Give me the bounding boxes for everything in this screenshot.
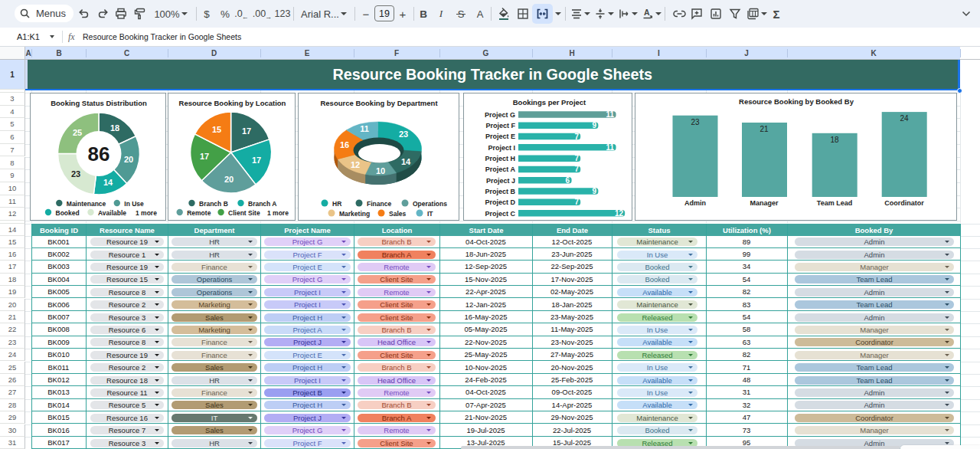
svg-text:Project D: Project D [485, 198, 515, 206]
svg-text:Remote: Remote [187, 208, 211, 216]
svg-text:Available: Available [98, 208, 126, 216]
svg-text:Project I: Project I [488, 143, 515, 151]
svg-text:1 more: 1 more [136, 208, 157, 216]
svg-text:Project F: Project F [485, 122, 515, 129]
svg-text:Project C: Project C [485, 209, 515, 217]
svg-text:16: 16 [339, 140, 348, 149]
svg-text:Resource Booking by Location: Resource Booking by Location [179, 99, 286, 107]
svg-text:HR: HR [332, 199, 341, 207]
svg-text:Operations: Operations [413, 199, 447, 207]
svg-text:Branch A: Branch A [248, 199, 276, 207]
svg-text:12: 12 [614, 208, 623, 217]
svg-text:Project G: Project G [484, 111, 514, 119]
svg-text:9: 9 [592, 187, 596, 195]
svg-text:23: 23 [398, 129, 407, 139]
svg-text:1 more: 1 more [267, 208, 289, 216]
svg-text:17: 17 [252, 156, 261, 165]
svg-text:14: 14 [400, 157, 410, 166]
svg-text:11: 11 [360, 124, 369, 133]
svg-text:9: 9 [592, 121, 596, 129]
svg-text:Manager: Manager [750, 199, 779, 207]
svg-text:Project A: Project A [485, 166, 515, 173]
svg-text:Project E: Project E [485, 133, 514, 140]
svg-text:11: 11 [606, 110, 614, 119]
svg-text:17: 17 [242, 126, 251, 136]
svg-text:11: 11 [606, 143, 614, 152]
svg-text:14: 14 [103, 178, 113, 187]
svg-text:Project H: Project H [485, 155, 515, 162]
svg-text:15: 15 [212, 125, 221, 134]
svg-text:Client Site: Client Site [228, 208, 260, 216]
svg-text:Bookings per Project: Bookings per Project [512, 98, 586, 107]
svg-text:21: 21 [760, 125, 769, 133]
svg-text:Coordinator: Coordinator [884, 199, 924, 207]
svg-text:7: 7 [574, 198, 579, 206]
svg-text:Marketing: Marketing [339, 209, 370, 217]
svg-text:7: 7 [574, 165, 579, 173]
svg-text:18: 18 [830, 136, 839, 144]
svg-text:20: 20 [224, 175, 234, 184]
svg-text:Branch B: Branch B [199, 199, 228, 207]
svg-text:Team Lead: Team Lead [817, 199, 852, 207]
svg-text:Maintenance: Maintenance [66, 199, 106, 207]
svg-text:Booked: Booked [55, 208, 79, 216]
svg-text:In Use: In Use [124, 199, 144, 207]
svg-text:Project J: Project J [485, 176, 514, 184]
svg-text:Project B: Project B [485, 188, 515, 195]
svg-text:23: 23 [691, 117, 700, 126]
svg-text:Admin: Admin [684, 199, 706, 207]
svg-text:Sales: Sales [389, 209, 406, 217]
svg-text:24: 24 [900, 114, 909, 123]
svg-text:20: 20 [123, 155, 132, 164]
svg-text:18: 18 [109, 123, 119, 133]
svg-text:Booking Status Distribution: Booking Status Distribution [51, 99, 147, 107]
svg-text:12: 12 [350, 160, 359, 169]
svg-text:7: 7 [574, 132, 579, 140]
svg-text:25: 25 [72, 128, 81, 137]
svg-text:Resource Booking by Booked By: Resource Booking by Booked By [739, 97, 854, 106]
svg-text:Finance: Finance [367, 199, 391, 207]
svg-text:Resource Booking by Department: Resource Booking by Department [320, 99, 438, 107]
svg-text:6: 6 [565, 175, 570, 184]
svg-text:10: 10 [375, 166, 384, 175]
svg-text:23: 23 [70, 169, 80, 179]
svg-text:7: 7 [574, 154, 579, 162]
svg-text:IT: IT [427, 209, 433, 217]
svg-text:86: 86 [87, 142, 109, 165]
svg-text:17: 17 [200, 152, 209, 161]
